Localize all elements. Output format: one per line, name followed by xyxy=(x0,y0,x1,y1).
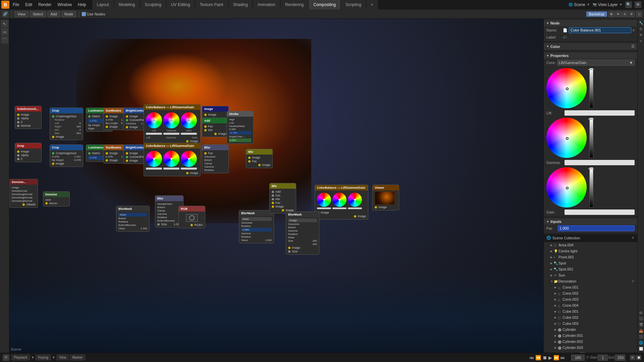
tree-item-cylinder[interactable]: ▶ ⬤ Cylinder xyxy=(544,326,637,333)
tab-uv-editing[interactable]: UV Editing xyxy=(166,0,195,9)
snapping-icon[interactable]: 🔲 xyxy=(636,355,641,360)
node-settings-icon[interactable]: ≡ xyxy=(633,28,635,32)
tool-select[interactable]: ↖ xyxy=(1,20,8,27)
fac-field[interactable]: 1.000 xyxy=(558,225,635,231)
tab-texture-paint[interactable]: Texture Paint xyxy=(195,0,228,9)
tree-item-cone004[interactable]: ▶ △ Cone.004 xyxy=(544,302,637,308)
color-balance-bottom[interactable]: ColorBalance — Lift/Gamma/Gain xyxy=(315,185,368,220)
hdr-node[interactable]: Denoise HDR Albedo xyxy=(43,191,70,206)
menu-render[interactable]: Render xyxy=(36,1,54,8)
denoise-node[interactable]: Denoise... Image NoisyNormal DenoisingNo… xyxy=(9,179,38,208)
gamma-color-wheel[interactable] xyxy=(546,118,587,158)
color-balance-node-2[interactable]: ColorBalance — Lift/Gamma/Gain xyxy=(144,143,201,176)
play-btn[interactable]: ▶ xyxy=(548,355,552,360)
tree-item-area004[interactable]: ▶ ◻ Area.004 xyxy=(544,242,637,248)
inputs-header[interactable]: ▼ Inputs xyxy=(544,219,637,225)
step-back-btn[interactable]: ⏪ xyxy=(535,355,541,360)
node-editor-canvas[interactable]: SubdivisionS... Image Alpha Z Normal Cro… xyxy=(9,19,543,353)
use-nodes-checkbox[interactable]: ✓ xyxy=(82,12,86,16)
jump-start-btn[interactable]: ⏮ xyxy=(529,355,534,360)
render-props-icon[interactable]: 🎬 xyxy=(638,322,644,327)
backdrop-button[interactable]: Backdrop xyxy=(586,11,607,17)
tab-scripting[interactable]: Scripting xyxy=(341,0,366,9)
tree-item-cone001[interactable]: ▶ △ Cone.001 xyxy=(544,284,637,290)
label-icon[interactable]: 🏷 xyxy=(563,35,567,39)
node-icon[interactable]: 📄 xyxy=(563,28,568,33)
warp-mask-node[interactable]: BlurMask Mask Gaussian Relative 0.880 Ga… xyxy=(239,210,274,243)
tree-item-icosphere001[interactable]: ▶ ◈ Icosphere.001 xyxy=(544,351,637,353)
backdrop-option-g[interactable]: G xyxy=(622,11,628,17)
lift-color-wheel[interactable] xyxy=(546,68,587,108)
add-button[interactable]: Add xyxy=(47,11,60,17)
sync-icon[interactable]: ⟳ xyxy=(630,355,635,360)
current-frame[interactable]: 185 xyxy=(571,355,585,361)
tree-item-cube002[interactable]: ▶ ◻ Cube.002 xyxy=(544,314,637,320)
color-balance-node-1[interactable]: ColorBalance — Lift/Gamma/Gain Lift xyxy=(144,104,201,144)
view-icon[interactable]: 👁 xyxy=(638,32,644,38)
tree-item-cube003[interactable]: ▶ ◻ Cube.003 xyxy=(544,320,637,326)
start-frame[interactable]: 1 xyxy=(598,355,608,361)
lift-value-bar[interactable] xyxy=(589,68,593,108)
crop-node[interactable]: Crop CropImageSize Relative Left0 Right1… xyxy=(50,108,83,140)
tree-item-decoration[interactable]: ▼ 📁 Decoration 👁 xyxy=(544,278,637,284)
select-button[interactable]: Select xyxy=(30,11,46,17)
tab-animation[interactable]: Animation xyxy=(253,0,280,9)
tab-add[interactable]: + xyxy=(366,0,378,9)
tool-lasso[interactable]: ⌒ xyxy=(1,36,8,44)
node-name-field[interactable] xyxy=(569,27,631,33)
subdivision-node-2[interactable]: Crop Image Alpha Z xyxy=(15,143,42,162)
render-layers-node[interactable]: Image Image xyxy=(202,106,229,118)
blur-mask-bottom[interactable]: BlurMask Image Gaussian Bokeh Gamma Rela… xyxy=(286,212,319,255)
world-props-icon[interactable]: 🌐 xyxy=(638,340,644,345)
jump-end-btn[interactable]: ⏭ xyxy=(560,355,565,360)
mix-node-1[interactable]: Add Fac Mix Image xyxy=(202,118,229,137)
gain-color-wheel[interactable] xyxy=(546,167,587,207)
object-props-icon[interactable]: ⬜ xyxy=(638,346,644,351)
tree-item-cylinder001[interactable]: ▶ ⬤ Cylinder.001 xyxy=(544,333,637,339)
color-section-header[interactable]: ▼ Color ☰ xyxy=(544,43,637,50)
marker-btn[interactable]: Marker xyxy=(70,355,85,360)
visibility-icon[interactable]: 👁 xyxy=(631,280,635,283)
scene-selector[interactable]: Scene xyxy=(574,2,585,7)
tree-item-cube001[interactable]: ▶ ◻ Cube.001 xyxy=(544,308,637,314)
zoom-fit[interactable]: ◻ xyxy=(636,11,642,17)
subdivision-node[interactable]: SubdivisionS... Image Alpha Z Normal xyxy=(15,106,42,129)
stop-btn[interactable]: ⏹ xyxy=(542,355,547,360)
lift-value-field[interactable] xyxy=(565,110,635,116)
tree-item-centre-light[interactable]: ▶ 💡 Centre light xyxy=(544,248,637,254)
view-button[interactable]: View xyxy=(14,11,29,17)
tree-item-cylinder002[interactable]: ▶ ⬤ Cylinder.002 xyxy=(544,339,637,345)
tree-item-cylinder003[interactable]: ▶ ⬤ Cylinder.003 xyxy=(544,345,637,351)
properties-icon[interactable]: 🔧 xyxy=(638,20,644,25)
gamma-value-field[interactable] xyxy=(565,160,635,165)
filter-icon[interactable]: ⬛ xyxy=(638,316,644,321)
properties-section-header[interactable]: ▼ Properties xyxy=(544,53,637,59)
stroke-node[interactable]: Stroke High Low FacMult/Mult: 0.080 0.76… xyxy=(227,111,254,144)
use-nodes-check[interactable]: ✓ Use Nodes xyxy=(82,12,105,16)
option-icon[interactable]: ≡ xyxy=(638,38,644,44)
tab-shading[interactable]: Shading xyxy=(228,0,253,9)
gain-value-bar[interactable] xyxy=(589,167,593,207)
tab-rendering[interactable]: Rendering xyxy=(280,0,309,9)
view-layer-selector[interactable]: View Layer xyxy=(598,2,618,7)
tab-compositing[interactable]: Compositing xyxy=(309,0,341,9)
mix-node-bottom-right[interactable]: Mix Add Fac Mix Fac Image Image xyxy=(269,183,296,214)
node-section-header[interactable]: ▼ Node xyxy=(544,20,637,26)
search-button[interactable]: 🔍 xyxy=(625,1,632,8)
keying-btn[interactable]: Keying xyxy=(36,355,51,360)
color-list-icon[interactable]: ☰ xyxy=(631,44,635,49)
scene-props-icon[interactable]: ⬛ xyxy=(638,334,644,339)
timeline-editor-type[interactable]: ⏱ xyxy=(3,354,9,361)
menu-edit[interactable]: Edit xyxy=(22,1,35,8)
tool-icon[interactable]: ⚙ xyxy=(638,26,644,32)
menu-window[interactable]: Window xyxy=(55,1,74,8)
tree-item-sun[interactable]: ▶ ☀ Sun xyxy=(544,272,637,278)
rgb-node[interactable]: RGB RGBA xyxy=(178,206,205,228)
tab-sculpting[interactable]: Sculpting xyxy=(140,0,166,9)
tab-layout[interactable]: Layout xyxy=(92,0,114,9)
tree-item-cone003[interactable]: ▶ △ Cone.003 xyxy=(544,296,637,302)
crop-node-2[interactable]: Crop CropImageSize 0.4TB1.537 By Height0… xyxy=(50,144,83,167)
playback-btn[interactable]: Playback xyxy=(11,355,30,360)
gamma-value-bar[interactable] xyxy=(589,118,593,158)
settings-button[interactable]: ⚙ xyxy=(635,1,641,8)
